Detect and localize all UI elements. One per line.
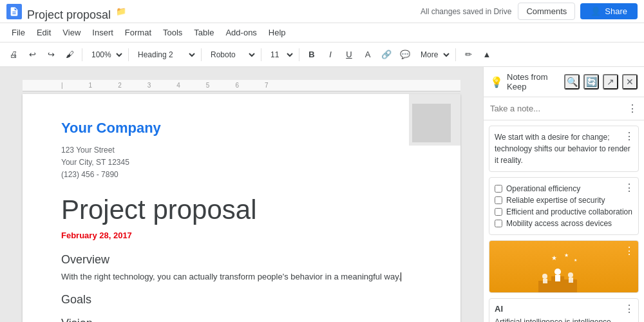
doc-decoration: [383, 94, 460, 171]
collapse-button[interactable]: ▲: [478, 46, 495, 63]
checklist-item-3[interactable]: Efficient and productive collaboration: [495, 206, 633, 218]
notes-header: 💡 Notes from Keep 🔍 🔄 ↗ ✕: [484, 67, 644, 97]
zoom-select[interactable]: 100%: [86, 46, 124, 63]
ruler-mark: 5: [206, 82, 210, 89]
svg-point-5: [568, 272, 573, 278]
toolbar: 🖨 ↩ ↪ 🖌 100% Heading 2 Roboto 11 B I U A…: [0, 43, 644, 67]
address-line-2: Your City, ST 12345: [61, 156, 422, 169]
checkbox-1[interactable]: [495, 185, 502, 193]
menu-tools[interactable]: Tools: [158, 26, 187, 39]
svg-rect-8: [543, 279, 547, 283]
separator5: [299, 48, 299, 61]
share-icon: 👤: [591, 6, 601, 16]
checklist-label-1: Operational efficiency: [506, 184, 580, 193]
more-select[interactable]: More: [415, 46, 451, 63]
notes-panel: 💡 Notes from Keep 🔍 🔄 ↗ ✕ ⋮ ⋮ We start w…: [483, 67, 644, 322]
document-title[interactable]: Project proposal: [27, 8, 111, 22]
notes-close-button[interactable]: ✕: [622, 74, 638, 90]
heading-select[interactable]: Heading 2: [133, 46, 197, 63]
print-button[interactable]: 🖨: [5, 46, 22, 63]
svg-rect-4: [555, 275, 560, 281]
separator4: [261, 48, 261, 61]
comments-button[interactable]: Comments: [518, 3, 575, 20]
folder-icon: 📁: [116, 6, 126, 16]
svg-rect-6: [569, 278, 573, 283]
font-select[interactable]: Roboto: [205, 46, 257, 63]
checklist-item-4[interactable]: Mobility access across devices: [495, 218, 633, 229]
overview-text: With the right technology, you can actua…: [61, 270, 422, 283]
document-page[interactable]: Your Company 123 Your Street Your City, …: [23, 94, 460, 322]
undo-button[interactable]: ↩: [24, 46, 41, 63]
main-area: | 1 2 3 4 5 6 7 Your Company 123 Your St…: [0, 67, 644, 322]
menu-edit[interactable]: Edit: [32, 26, 56, 39]
menu-help[interactable]: Help: [263, 26, 291, 39]
checklist-label-2: Reliable expertise of security: [506, 196, 605, 205]
take-note-input[interactable]: [490, 104, 627, 113]
separator3: [201, 48, 202, 61]
note-menu-icon[interactable]: ⋮: [627, 102, 638, 115]
company-name[interactable]: Your Company: [61, 120, 422, 137]
checklist-item-1[interactable]: Operational efficiency: [495, 183, 633, 194]
svg-text:★: ★: [551, 254, 557, 261]
menu-bar: File Edit View Insert Format Tools Table…: [0, 23, 644, 43]
menu-file[interactable]: File: [6, 26, 30, 39]
svg-text:★: ★: [574, 258, 577, 262]
ruler-mark: |: [61, 82, 63, 89]
ruler-mark: 3: [147, 82, 151, 89]
ruler-mark: 1: [89, 82, 93, 89]
ai-card[interactable]: ⋮ AI Artificial intelligence is intellig…: [489, 298, 639, 322]
notes-external-button[interactable]: ↗: [603, 74, 618, 90]
menu-view[interactable]: View: [57, 26, 86, 39]
expand-button[interactable]: ✏: [460, 46, 477, 63]
text-color-button[interactable]: A: [359, 46, 376, 63]
checkbox-3[interactable]: [495, 208, 502, 216]
document-area[interactable]: | 1 2 3 4 5 6 7 Your Company 123 Your St…: [0, 67, 483, 322]
redo-button[interactable]: ↪: [43, 46, 59, 63]
checkbox-4[interactable]: [495, 220, 502, 227]
address-line-1: 123 Your Street: [61, 144, 422, 156]
image-menu-icon[interactable]: ⋮: [624, 245, 634, 257]
doc-main-title[interactable]: Project proposal: [61, 194, 422, 225]
checkbox-2[interactable]: [495, 196, 502, 204]
overview-heading[interactable]: Overview: [61, 253, 422, 267]
bold-button[interactable]: B: [303, 46, 320, 63]
ruler-mark: 2: [118, 82, 122, 89]
doc-date[interactable]: February 28, 2017: [61, 231, 422, 240]
checklist-item-2[interactable]: Reliable expertise of security: [495, 194, 633, 206]
image-card[interactable]: ⋮ ★: [489, 240, 639, 293]
link-button[interactable]: 🔗: [378, 46, 395, 63]
notes-refresh-button[interactable]: 🔄: [583, 74, 599, 90]
notes-search-button[interactable]: 🔍: [564, 74, 580, 90]
keep-icon: 💡: [490, 76, 503, 88]
paint-format-button[interactable]: 🖌: [61, 46, 78, 63]
menu-insert[interactable]: Insert: [87, 26, 118, 39]
menu-table[interactable]: Table: [189, 26, 219, 39]
menu-addons[interactable]: Add-ons: [220, 26, 261, 39]
menu-format[interactable]: Format: [120, 26, 156, 39]
checklist-menu-icon[interactable]: ⋮: [624, 182, 634, 194]
notes-title: Notes from Keep: [507, 72, 560, 91]
note-1-menu-icon[interactable]: ⋮: [624, 130, 634, 142]
ai-menu-icon[interactable]: ⋮: [624, 303, 634, 315]
goals-heading[interactable]: Goals: [61, 293, 422, 307]
comment-inline-button[interactable]: 💬: [397, 46, 413, 63]
svg-point-3: [554, 269, 561, 275]
note-card-1[interactable]: ⋮ We start with a desire for change; tec…: [489, 126, 639, 172]
ai-card-title: AI: [495, 304, 633, 314]
take-note-area[interactable]: ⋮: [484, 97, 644, 120]
note-1-text: We start with a desire for change; techn…: [495, 131, 633, 166]
checklist-card[interactable]: ⋮ Operational efficiency Reliable expert…: [489, 177, 639, 235]
italic-button[interactable]: I: [322, 46, 339, 63]
autosave-status: All changes saved in Drive: [421, 7, 511, 16]
notes-body: ⋮ ⋮ We start with a desire for change; t…: [484, 97, 644, 322]
checklist-label-4: Mobility access across devices: [506, 219, 612, 228]
share-button[interactable]: 👤 Share: [580, 3, 638, 19]
text-cursor: [401, 272, 401, 281]
underline-button[interactable]: U: [341, 46, 357, 63]
vision-heading[interactable]: Vision: [61, 317, 422, 322]
font-size-select[interactable]: 11: [265, 46, 295, 63]
ruler: | 1 2 3 4 5 6 7: [23, 80, 460, 91]
separator1: [82, 48, 82, 61]
ruler-mark: 6: [235, 82, 239, 89]
separator2: [128, 48, 129, 61]
